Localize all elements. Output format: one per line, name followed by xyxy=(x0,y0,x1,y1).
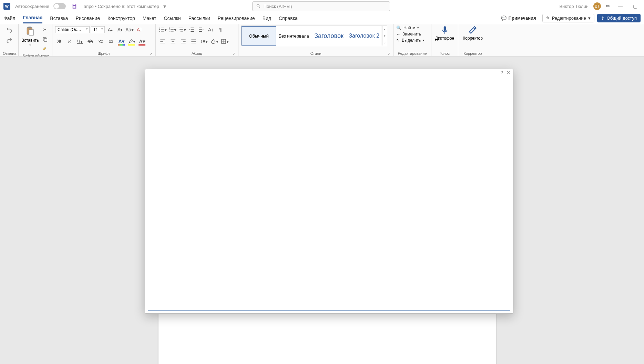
editing-mode-button[interactable]: ✎ Редактирование ▾ xyxy=(542,14,594,22)
subscript-button[interactable]: x2 xyxy=(96,37,105,46)
svg-rect-1 xyxy=(73,6,75,8)
tab-review[interactable]: Рецензирование xyxy=(218,13,255,23)
comments-button[interactable]: 💬 Примечания xyxy=(498,14,540,22)
numbering-button[interactable]: 123▾ xyxy=(168,26,176,34)
titlebar: W Автосохранение апро • Сохранено в: это… xyxy=(0,0,644,12)
document-title-dropdown-icon[interactable]: ▾ xyxy=(163,3,166,10)
clear-formatting-button[interactable]: A⃠ xyxy=(135,26,143,34)
paragraph-group-label: Абзац⤢ xyxy=(159,51,235,55)
document-title[interactable]: апро • Сохранено в: этот компьютер xyxy=(84,4,159,9)
show-marks-button[interactable]: ¶ xyxy=(216,26,225,34)
cut-button[interactable]: ✂ xyxy=(41,26,49,34)
multilevel-list-button[interactable]: ▾ xyxy=(178,26,186,34)
copy-button[interactable] xyxy=(41,35,49,43)
bold-button[interactable]: Ж xyxy=(55,37,63,46)
dialog-body[interactable] xyxy=(148,77,510,311)
font-size-select[interactable]: 11 xyxy=(91,26,105,33)
undo-group-label: Отмена xyxy=(3,51,16,55)
tab-view[interactable]: Вид xyxy=(263,13,271,23)
highlight-button[interactable]: 🖍▾ xyxy=(127,37,136,46)
decrease-indent-button[interactable] xyxy=(187,26,196,34)
tab-file[interactable]: Файл xyxy=(3,13,15,23)
style-normal[interactable]: Обычный xyxy=(242,26,276,46)
avatar[interactable]: ВТ xyxy=(593,2,601,10)
pen-icon[interactable]: ✎ xyxy=(604,2,612,10)
search-box[interactable]: Поиск (Alt+Ы) xyxy=(252,1,390,11)
change-case-button[interactable]: Aa▾ xyxy=(125,26,134,34)
svg-line-3 xyxy=(259,7,260,8)
italic-button[interactable]: К xyxy=(65,37,74,46)
styles-scroll-down-icon[interactable]: ▾ xyxy=(382,33,387,39)
dialog-launcher-icon[interactable]: ⤢ xyxy=(233,52,235,55)
voice-group-label: Голос xyxy=(434,51,455,55)
dictate-button[interactable]: Диктофон xyxy=(434,26,455,41)
tab-mailings[interactable]: Рассылки xyxy=(188,13,210,23)
replace-icon: ↔ xyxy=(396,32,400,37)
superscript-button[interactable]: x2 xyxy=(107,37,115,46)
find-button[interactable]: 🔍 Найти ▾ xyxy=(396,26,425,30)
tab-insert[interactable]: Вставка xyxy=(50,13,68,23)
search-icon: 🔍 xyxy=(396,26,401,30)
style-no-spacing[interactable]: Без интервала xyxy=(277,26,311,46)
shrink-font-button[interactable]: A▾ xyxy=(116,26,124,34)
svg-point-9 xyxy=(159,28,160,29)
undo-button[interactable] xyxy=(5,26,13,34)
borders-button[interactable]: ▾ xyxy=(221,37,229,46)
editor-button[interactable]: Корректор xyxy=(461,26,484,41)
font-name-select[interactable]: Calibri (Основной xyxy=(55,26,90,33)
dialog-launcher-icon[interactable]: ⤢ xyxy=(150,52,153,55)
maximize-button[interactable]: ▢ xyxy=(630,3,641,9)
replace-button[interactable]: ↔ Заменить xyxy=(396,32,425,37)
tab-draw[interactable]: Рисование xyxy=(75,13,100,23)
comment-icon: 💬 xyxy=(501,16,507,21)
align-left-button[interactable] xyxy=(159,37,167,46)
text-effects-button[interactable]: A▾ xyxy=(117,37,125,46)
tab-references[interactable]: Ссылки xyxy=(164,13,181,23)
shading-button[interactable]: ▾ xyxy=(210,37,218,46)
align-right-button[interactable] xyxy=(179,37,187,46)
font-color-button[interactable]: A▾ xyxy=(138,37,146,46)
tab-home[interactable]: Главная xyxy=(23,13,42,23)
style-heading2[interactable]: Заголовок 2 xyxy=(347,26,381,46)
strikethrough-button[interactable]: ab xyxy=(86,37,94,46)
dialog: ? ✕ xyxy=(145,69,513,314)
line-spacing-button[interactable]: ↕≡▾ xyxy=(200,37,208,46)
grow-font-button[interactable]: A▴ xyxy=(106,26,114,34)
user-name[interactable]: Виктор Тюлин xyxy=(559,4,589,9)
share-button[interactable]: ⇪ Общий доступ xyxy=(597,14,641,22)
svg-rect-45 xyxy=(443,26,446,31)
save-icon[interactable] xyxy=(71,3,78,9)
svg-point-11 xyxy=(159,29,160,30)
increase-indent-button[interactable] xyxy=(197,26,205,34)
select-button[interactable]: ↖ Выделить ▾ xyxy=(396,38,425,43)
styles-scroll-up-icon[interactable]: ▴ xyxy=(382,26,387,33)
svg-point-2 xyxy=(257,4,259,7)
paste-icon xyxy=(25,26,35,37)
sort-button[interactable]: A↓ xyxy=(207,26,215,34)
autosave-label: Автосохранение xyxy=(15,4,49,9)
dialog-close-button[interactable]: ✕ xyxy=(507,70,510,76)
svg-rect-0 xyxy=(73,4,75,5)
pencil-icon: ✎ xyxy=(546,16,550,21)
format-painter-button[interactable] xyxy=(41,45,49,53)
underline-button[interactable]: Ч▾ xyxy=(76,37,84,46)
style-heading1[interactable]: Заголовок xyxy=(312,26,346,46)
styles-expand-icon[interactable]: ⌄ xyxy=(382,39,387,46)
minimize-button[interactable]: — xyxy=(615,3,625,9)
redo-button[interactable] xyxy=(5,36,13,44)
word-icon: W xyxy=(3,3,10,10)
microphone-icon xyxy=(440,26,449,34)
tab-help[interactable]: Справка xyxy=(279,13,298,23)
align-center-button[interactable] xyxy=(169,37,177,46)
tab-layout[interactable]: Макет xyxy=(143,13,156,23)
paste-button[interactable]: Вставить ▾ xyxy=(21,26,39,47)
justify-button[interactable] xyxy=(190,37,198,46)
tab-design[interactable]: Конструктор xyxy=(108,13,135,23)
dialog-help-button[interactable]: ? xyxy=(501,70,503,76)
font-group-label: Шрифт⤢ xyxy=(55,51,153,55)
svg-rect-8 xyxy=(44,38,47,41)
bullets-button[interactable]: ▾ xyxy=(159,26,167,34)
svg-rect-6 xyxy=(29,30,34,35)
dialog-launcher-icon[interactable]: ⤢ xyxy=(388,52,390,55)
autosave-toggle[interactable] xyxy=(53,3,66,9)
